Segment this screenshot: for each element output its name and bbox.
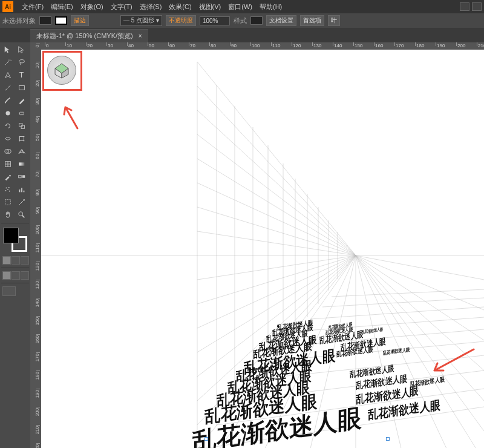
artboard-tool[interactable] (1, 196, 15, 208)
svg-point-10 (24, 136, 25, 137)
svg-rect-28 (24, 191, 25, 193)
menu-object[interactable]: 对象(O) (77, 2, 107, 12)
svg-point-30 (19, 212, 23, 216)
svg-point-4 (6, 111, 10, 116)
svg-text:T: T (19, 71, 24, 79)
svg-line-44 (197, 255, 356, 328)
color-mode-solid[interactable] (2, 256, 11, 265)
perspective-grid-tool[interactable] (15, 145, 28, 157)
prefs-button[interactable]: 首选项 (300, 15, 324, 26)
svg-rect-29 (5, 200, 11, 205)
layout-switcher-1[interactable] (460, 2, 469, 11)
magic-wand-tool[interactable] (1, 56, 15, 68)
lasso-tool[interactable] (15, 56, 28, 68)
vertical-ruler: 0102030405060708090100110120130140150160… (30, 42, 41, 448)
svg-point-24 (5, 190, 7, 191)
menu-view[interactable]: 视图(V) (195, 2, 225, 12)
draw-normal[interactable] (2, 271, 11, 280)
svg-line-60 (356, 255, 484, 280)
svg-line-80 (310, 307, 484, 319)
rotate-tool[interactable] (1, 120, 15, 132)
stroke-swatch[interactable] (55, 16, 67, 25)
svg-rect-5 (20, 112, 24, 114)
width-tool[interactable] (1, 133, 15, 145)
rectangle-tool[interactable] (15, 82, 28, 94)
menu-select[interactable]: 选择(S) (136, 2, 166, 12)
svg-line-34 (197, 62, 356, 255)
perspective-plane-widget[interactable] (47, 56, 76, 85)
blob-brush-tool[interactable] (1, 107, 15, 119)
document-tab-close[interactable]: × (139, 33, 142, 39)
hand-tool[interactable] (1, 209, 15, 221)
svg-line-39 (197, 183, 356, 255)
menu-help[interactable]: 帮助(H) (256, 2, 286, 12)
document-tab[interactable]: 未标题-1* @ 150% (CMYK/预览) × (30, 29, 148, 42)
svg-point-12 (24, 140, 25, 142)
doc-setup-button[interactable]: 文档设置 (266, 15, 296, 26)
no-selection-label: 未选择对象 (2, 16, 36, 25)
stroke-button[interactable]: 描边 (71, 15, 89, 26)
svg-point-23 (7, 189, 8, 190)
artboard-canvas[interactable]: 乱花渐欲迷人眼乱花渐欲迷人眼乱花渐欲迷人眼乱花渐欲迷人眼乱花渐欲迷人眼乱花渐欲迷… (41, 50, 484, 448)
svg-rect-19 (19, 175, 21, 177)
selection-handle[interactable] (204, 437, 208, 441)
zoom-tool[interactable] (15, 209, 28, 221)
eyedropper-tool[interactable] (1, 171, 15, 183)
direct-selection-tool[interactable] (15, 44, 28, 56)
svg-line-82 (332, 289, 484, 297)
color-mode-none[interactable] (21, 256, 29, 265)
selection-tool[interactable] (1, 44, 15, 56)
svg-line-61 (356, 255, 484, 310)
svg-rect-3 (19, 86, 25, 90)
brush-preset-dropdown[interactable]: — 5 点圆形 ▾ (120, 15, 162, 26)
screen-mode-button[interactable] (2, 286, 16, 296)
blend-tool[interactable] (15, 171, 28, 183)
gradient-tool[interactable] (15, 158, 28, 170)
svg-line-38 (197, 159, 356, 255)
horizontal-ruler: 0102030405060708090100110120130140150160… (41, 42, 484, 50)
menu-type[interactable]: 文字(T) (107, 2, 136, 12)
tool-panel: T (0, 42, 30, 448)
svg-rect-8 (20, 137, 24, 141)
slice-tool[interactable] (15, 196, 28, 208)
svg-rect-18 (19, 162, 25, 165)
menu-effect[interactable]: 效果(C) (165, 2, 195, 12)
svg-line-41 (197, 231, 356, 255)
pen-tool[interactable] (1, 69, 15, 81)
svg-point-25 (9, 191, 10, 192)
draw-behind[interactable] (11, 271, 20, 280)
menu-edit[interactable]: 编辑(E) (47, 2, 77, 12)
svg-line-63 (356, 255, 484, 371)
shape-builder-tool[interactable] (1, 145, 15, 157)
symbol-sprayer-tool[interactable] (1, 183, 15, 196)
menu-file[interactable]: 文件(F) (18, 2, 47, 12)
svg-point-9 (19, 136, 21, 137)
column-graph-tool[interactable] (15, 183, 28, 196)
align-button[interactable]: 叶 (328, 15, 340, 26)
options-bar: 未选择对象 描边 — 5 点圆形 ▾ 不透明度 100% 样式 文档设置 首选项… (0, 13, 484, 28)
svg-point-0 (19, 60, 25, 63)
document-tabbar: 未标题-1* @ 150% (CMYK/预览) × (0, 28, 484, 42)
svg-point-22 (8, 187, 10, 188)
menubar: Ai 文件(F) 编辑(E) 对象(O) 文字(T) 选择(S) 效果(C) 视… (0, 0, 484, 13)
mesh-tool[interactable] (1, 158, 15, 170)
pencil-tool[interactable] (15, 94, 28, 107)
color-mode-gradient[interactable] (11, 256, 20, 265)
free-transform-tool[interactable] (15, 133, 28, 145)
svg-line-36 (197, 110, 356, 255)
paintbrush-tool[interactable] (1, 94, 15, 107)
layout-switcher-2[interactable] (472, 2, 482, 11)
selection-handle[interactable] (386, 437, 390, 441)
scale-tool[interactable] (15, 120, 28, 132)
fill-swatch[interactable] (39, 16, 51, 25)
eraser-tool[interactable] (15, 107, 28, 119)
fill-color[interactable] (3, 228, 19, 243)
fill-stroke-control[interactable] (3, 228, 27, 252)
opacity-field[interactable]: 100% (200, 16, 230, 25)
line-tool[interactable] (1, 82, 15, 94)
menu-window[interactable]: 窗口(W) (224, 2, 256, 12)
style-swatch[interactable] (250, 16, 263, 25)
style-label: 样式 (234, 16, 247, 25)
type-tool[interactable]: T (15, 69, 28, 81)
draw-inside[interactable] (21, 271, 29, 280)
